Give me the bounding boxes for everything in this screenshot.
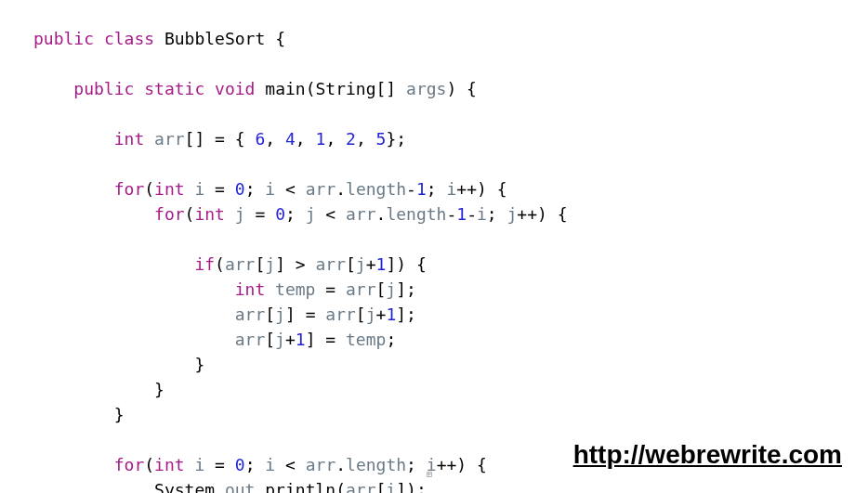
semi: ; <box>487 204 497 224</box>
bracket: ] <box>386 254 396 274</box>
field-length: length <box>346 179 406 199</box>
brace: { <box>558 204 568 224</box>
brace: { <box>235 129 245 149</box>
param-name: args <box>406 79 446 98</box>
println: println <box>265 480 335 493</box>
bracket: ] <box>396 305 406 324</box>
kw-int: int <box>194 204 225 224</box>
kw-public: public <box>33 29 94 48</box>
dot: . <box>255 480 265 493</box>
semi: ; <box>285 204 296 224</box>
bracket: ] <box>396 480 406 493</box>
gt: > <box>296 254 306 274</box>
semi: ; <box>386 330 396 349</box>
lt: < <box>285 179 296 199</box>
var-i: i <box>386 480 396 493</box>
var-j: j <box>386 279 396 299</box>
bracket: [ <box>376 480 387 493</box>
brackets: [] <box>185 129 205 149</box>
var-arr: arr <box>325 305 356 324</box>
bracket: [ <box>376 279 387 299</box>
num: 0 <box>235 179 245 199</box>
var-arr: arr <box>235 305 266 324</box>
var-j: j <box>235 204 245 224</box>
dot: . <box>335 179 346 199</box>
var-j: j <box>275 330 285 349</box>
comma: , <box>325 129 335 149</box>
var-j: j <box>306 204 316 224</box>
dot: . <box>215 480 225 493</box>
brace-close: } <box>194 355 204 374</box>
method-name: main <box>265 79 305 98</box>
resize-handle-icon: ⊞ <box>427 467 436 476</box>
kw-int: int <box>154 455 185 474</box>
num: 1 <box>376 254 387 274</box>
num: 0 <box>275 204 285 224</box>
kw-for: for <box>154 204 185 224</box>
code-block: public class BubbleSort { public static … <box>0 0 868 493</box>
num: 1 <box>296 330 306 349</box>
paren: ) <box>396 254 406 274</box>
semi: ; <box>406 279 416 299</box>
var-arr: arr <box>346 204 376 224</box>
var-arr: arr <box>306 455 336 474</box>
comma: , <box>296 129 306 149</box>
eq: = <box>306 305 316 324</box>
eq: = <box>215 179 225 199</box>
paren: ) <box>446 79 456 98</box>
paren: ) <box>537 204 547 224</box>
brace: { <box>497 179 507 199</box>
var-temp: temp <box>275 279 315 299</box>
var-j: j <box>366 305 376 324</box>
brace: } <box>386 129 396 149</box>
var-arr: arr <box>346 480 376 493</box>
comma: , <box>356 129 366 149</box>
bracket: ] <box>275 254 285 274</box>
eq: = <box>255 204 265 224</box>
out: out <box>225 480 256 493</box>
num: 6 <box>255 129 265 149</box>
inc: ++ <box>517 204 537 224</box>
semi: ; <box>406 455 416 474</box>
param-type: String[] <box>316 79 397 98</box>
bracket: ] <box>306 330 316 349</box>
var-j: j <box>356 254 366 274</box>
num: 1 <box>386 305 396 324</box>
eq: = <box>215 455 225 474</box>
inc: ++ <box>437 455 457 474</box>
kw-if: if <box>194 254 215 274</box>
dot: . <box>335 455 346 474</box>
kw-static: static <box>144 79 204 98</box>
plus: + <box>285 330 296 349</box>
paren: ( <box>306 79 316 98</box>
eq: = <box>215 129 225 149</box>
semi: ; <box>245 179 256 199</box>
bracket: ] <box>396 279 406 299</box>
var-arr: arr <box>225 254 256 274</box>
kw-void: void <box>215 79 255 98</box>
kw-for: for <box>114 455 145 474</box>
kw-int: int <box>154 179 185 199</box>
var-i: i <box>446 179 456 199</box>
minus: - <box>406 179 416 199</box>
paren: ( <box>215 254 225 274</box>
var-i: i <box>194 179 204 199</box>
paren: ( <box>185 204 195 224</box>
lt: < <box>285 455 296 474</box>
bracket: [ <box>255 254 265 274</box>
plus: + <box>376 305 387 324</box>
class-name: BubbleSort <box>164 29 265 48</box>
var-j: j <box>507 204 518 224</box>
num: 5 <box>376 129 387 149</box>
paren: ( <box>144 455 154 474</box>
var-arr: arr <box>316 254 347 274</box>
credit-link[interactable]: http://webrewrite.com <box>573 435 842 474</box>
minus: - <box>446 204 456 224</box>
var-temp: temp <box>346 330 386 349</box>
paren: ) <box>456 455 467 474</box>
brace: { <box>275 29 285 48</box>
field-length: length <box>346 455 406 474</box>
semi: ; <box>416 480 427 493</box>
num: 1 <box>456 204 467 224</box>
brace-close: } <box>154 380 164 399</box>
